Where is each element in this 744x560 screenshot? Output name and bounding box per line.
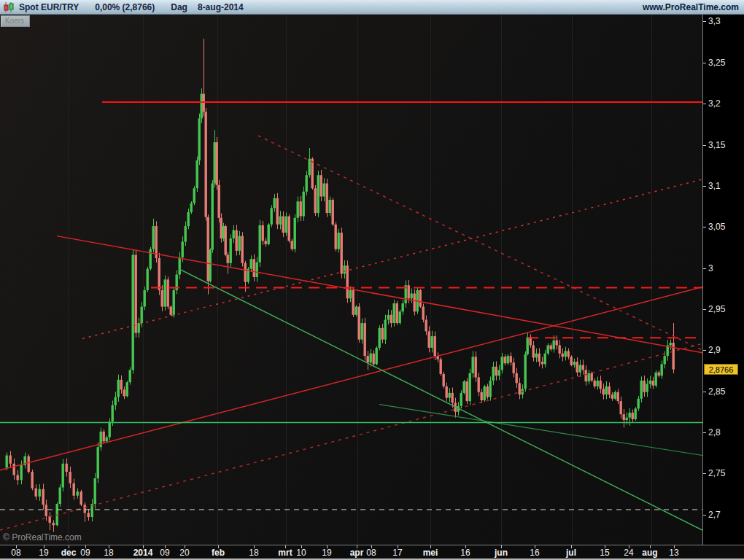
candle-body bbox=[69, 472, 71, 483]
candle-body bbox=[396, 303, 398, 323]
candle-body bbox=[94, 478, 96, 504]
price-axis-tick bbox=[703, 63, 706, 63]
candle-body bbox=[158, 258, 160, 290]
candle-body bbox=[285, 217, 287, 233]
candle-body bbox=[478, 377, 480, 392]
candle-body bbox=[632, 413, 634, 419]
candle-body bbox=[469, 373, 471, 401]
candle-body bbox=[440, 359, 442, 374]
time-axis-label: apr bbox=[350, 548, 364, 558]
price-axis-tick bbox=[703, 227, 706, 228]
candle-body bbox=[510, 356, 512, 362]
change-percent: 0,00% (2,8766) bbox=[95, 2, 155, 12]
candle-body bbox=[239, 236, 241, 251]
candle-body bbox=[532, 346, 535, 358]
candle-body bbox=[489, 381, 492, 397]
candle-body bbox=[670, 343, 672, 345]
candle-body bbox=[434, 336, 436, 356]
candle-body bbox=[346, 265, 349, 298]
candle-body bbox=[364, 323, 366, 356]
candle-body bbox=[227, 255, 229, 263]
candle-body bbox=[635, 408, 637, 419]
candle-body bbox=[472, 357, 474, 373]
price-axis-tick bbox=[703, 186, 706, 187]
candle-body bbox=[274, 198, 276, 209]
time-axis-label: 13 bbox=[669, 548, 678, 558]
candle-body bbox=[262, 225, 264, 241]
candle-body bbox=[516, 373, 518, 384]
candle-body bbox=[460, 393, 462, 406]
candle-body bbox=[414, 294, 416, 312]
time-axis[interactable]: 0819dec091820140920feb18mrt1019apr0817me… bbox=[0, 545, 744, 559]
price-axis-tick bbox=[703, 473, 706, 474]
time-axis-label: 16 bbox=[530, 548, 539, 558]
candle-body bbox=[538, 354, 540, 362]
candle-body bbox=[384, 320, 387, 340]
candle-body bbox=[53, 523, 55, 525]
candle-body bbox=[117, 380, 120, 397]
price-axis-label: 3,15 bbox=[708, 141, 725, 149]
candle-body bbox=[259, 225, 261, 262]
chart-plot-area[interactable]: Koers © ProRealTime.com bbox=[0, 15, 702, 545]
candle-body bbox=[640, 381, 643, 399]
time-axis-label: 24 bbox=[624, 548, 633, 558]
candle-body bbox=[408, 285, 410, 298]
candle-body bbox=[17, 475, 19, 481]
candle-body bbox=[649, 381, 651, 384]
candle-body bbox=[352, 290, 354, 315]
time-axis-label: jun bbox=[495, 548, 508, 558]
candle-body bbox=[643, 381, 646, 392]
price-axis-tick bbox=[703, 268, 706, 269]
candle-body bbox=[13, 464, 15, 475]
candle-body bbox=[629, 413, 631, 418]
time-axis-label: mei bbox=[423, 548, 438, 558]
candle-body bbox=[332, 200, 334, 225]
price-axis-label: 3 bbox=[708, 264, 713, 273]
price-axis-label: 2,85 bbox=[708, 387, 725, 396]
trendline-red-dotted-descending-from-march-top bbox=[258, 136, 702, 350]
candle-body bbox=[88, 513, 90, 517]
candle-body bbox=[655, 373, 657, 386]
time-axis-label: 08 bbox=[11, 548, 20, 558]
candle-body bbox=[220, 218, 222, 238]
candle-body bbox=[602, 389, 605, 394]
candle-body bbox=[498, 370, 500, 376]
candle-body bbox=[556, 341, 558, 346]
candle-body bbox=[481, 392, 483, 400]
candle-body bbox=[664, 356, 666, 364]
candle-body bbox=[203, 94, 205, 112]
candle-body bbox=[207, 217, 209, 281]
price-axis-label: 2,7 bbox=[708, 510, 721, 519]
price-axis[interactable]: 2,8766 3,33,253,23,153,13,0532,952,92,85… bbox=[702, 15, 744, 545]
chart-canvas[interactable] bbox=[0, 15, 702, 545]
candle-body bbox=[402, 303, 404, 311]
candle-body bbox=[425, 320, 427, 332]
candle-body bbox=[390, 315, 392, 323]
candle-body bbox=[225, 226, 227, 254]
candle-body bbox=[216, 142, 218, 185]
candle-body bbox=[179, 257, 181, 275]
candle-body bbox=[617, 392, 619, 401]
price-axis-tick bbox=[703, 104, 706, 104]
candle-body bbox=[279, 217, 282, 225]
candle-body bbox=[570, 357, 573, 365]
tab-koers[interactable]: Koers bbox=[1, 15, 30, 27]
time-axis-label: 09 bbox=[160, 548, 169, 558]
candle-body bbox=[387, 315, 390, 320]
trendline-green-descending-shallow bbox=[379, 405, 702, 456]
candle-body bbox=[236, 230, 238, 251]
candle-body bbox=[309, 159, 311, 176]
candle-body bbox=[303, 192, 305, 217]
candle-body bbox=[501, 357, 503, 370]
time-axis-label: 19 bbox=[322, 548, 331, 558]
price-axis-label: 3,2 bbox=[708, 99, 721, 108]
candle-body bbox=[45, 505, 47, 516]
candle-body bbox=[144, 290, 146, 307]
candle-body bbox=[35, 489, 37, 497]
candle-body bbox=[106, 438, 108, 442]
candle-body bbox=[109, 421, 111, 437]
candle-body bbox=[170, 307, 172, 315]
candle-body bbox=[608, 386, 611, 394]
candle-body bbox=[355, 307, 357, 315]
candle-body bbox=[182, 242, 184, 257]
